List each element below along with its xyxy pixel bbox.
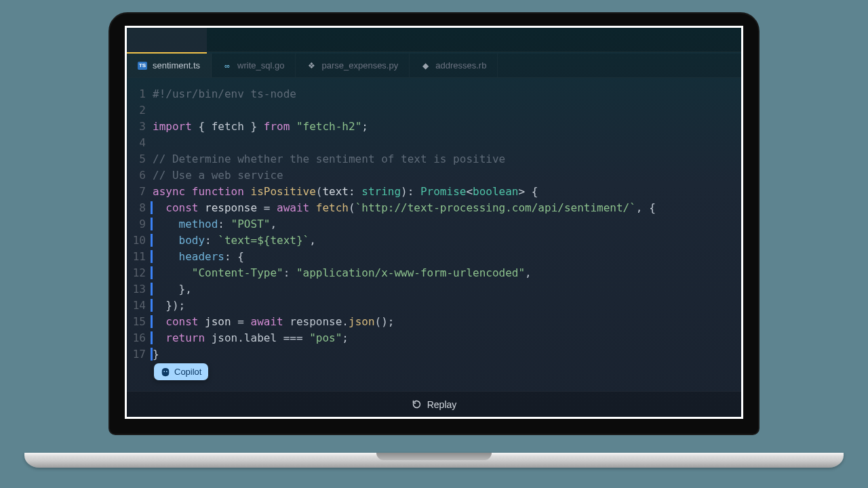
laptop-notch bbox=[376, 453, 492, 460]
copilot-label: Copilot bbox=[174, 367, 201, 377]
tab-label: parse_expenses.py bbox=[321, 60, 398, 70]
file-tab-bar: TS sentiment.ts ∞ write_sql.go ❖ parse_e… bbox=[127, 54, 741, 78]
tab-label: write_sql.go bbox=[237, 60, 284, 70]
tab-sentiment-ts[interactable]: TS sentiment.ts bbox=[127, 54, 212, 77]
ruby-icon: ◆ bbox=[420, 61, 430, 70]
tab-label: sentiment.ts bbox=[153, 60, 200, 70]
replay-button[interactable]: Replay bbox=[127, 391, 741, 417]
copilot-badge[interactable]: Copilot bbox=[154, 363, 208, 380]
window-tab-strip bbox=[127, 28, 741, 52]
go-icon: ∞ bbox=[222, 61, 232, 70]
code-editor[interactable]: 123 456 789 101112 131415 1617 #!/usr/bi… bbox=[127, 78, 741, 391]
laptop-bezel: TS sentiment.ts ∞ write_sql.go ❖ parse_e… bbox=[108, 12, 760, 435]
laptop-frame: TS sentiment.ts ∞ write_sql.go ❖ parse_e… bbox=[108, 12, 760, 435]
ts-icon: TS bbox=[138, 61, 147, 70]
code-area[interactable]: #!/usr/bin/env ts-node import { fetch } … bbox=[153, 86, 741, 371]
copilot-icon bbox=[161, 367, 170, 377]
python-icon: ❖ bbox=[307, 61, 316, 70]
tab-parse-expenses-py[interactable]: ❖ parse_expenses.py bbox=[296, 54, 410, 77]
replay-label: Replay bbox=[427, 399, 457, 410]
tab-write-sql-go[interactable]: ∞ write_sql.go bbox=[212, 54, 296, 77]
editor-screen: TS sentiment.ts ∞ write_sql.go ❖ parse_e… bbox=[125, 26, 743, 419]
laptop-base bbox=[24, 453, 844, 468]
line-number-gutter: 123 456 789 101112 131415 1617 bbox=[127, 86, 153, 371]
replay-icon bbox=[412, 399, 422, 409]
tab-addresses-rb[interactable]: ◆ addresses.rb bbox=[410, 54, 498, 77]
tab-label: addresses.rb bbox=[435, 60, 486, 70]
